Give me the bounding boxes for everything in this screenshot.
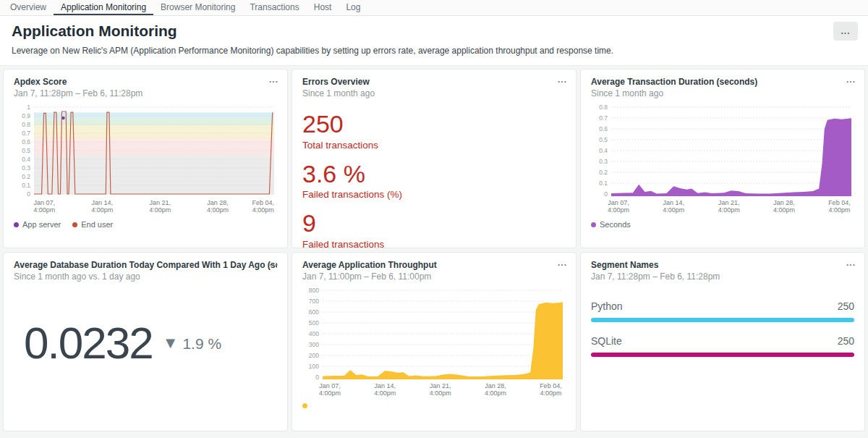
stat-label: Failed transactions xyxy=(302,239,566,248)
svg-text:4:00pm: 4:00pm xyxy=(207,206,229,214)
svg-text:4:00pm: 4:00pm xyxy=(608,206,629,214)
card-title: Apdex Score xyxy=(14,77,277,87)
svg-text:Jan 07,: Jan 07, xyxy=(319,382,341,389)
card-segment-names: ... Segment Names Jan 7, 11:28pm – Feb 6… xyxy=(580,252,865,431)
legend-label: App server xyxy=(22,220,61,229)
tab-overview[interactable]: Overview xyxy=(3,0,54,15)
svg-text:Feb 04,: Feb 04, xyxy=(828,199,851,206)
svg-text:0.1: 0.1 xyxy=(22,182,30,189)
svg-text:100: 100 xyxy=(309,363,319,370)
svg-text:0.4: 0.4 xyxy=(22,156,30,163)
svg-text:0.3: 0.3 xyxy=(599,158,608,165)
stat-total-transactions: 250 Total transactions xyxy=(302,111,566,151)
card-avg-application-throughput: ... Average Application Throughput Jan 7… xyxy=(292,252,576,431)
legend-item-seconds: Seconds xyxy=(591,220,631,229)
apdex-card-menu-button[interactable]: ... xyxy=(269,75,278,84)
tab-log[interactable]: Log xyxy=(339,0,367,15)
svg-text:Jan 14,: Jan 14, xyxy=(375,382,396,389)
svg-text:4:00pm: 4:00pm xyxy=(773,206,795,214)
svg-text:0.7: 0.7 xyxy=(22,130,30,137)
stat-failed-transactions-pct: 3.6 % Failed transactions (%) xyxy=(302,161,566,201)
svg-text:4:00pm: 4:00pm xyxy=(718,206,740,214)
segment-name: SQLite xyxy=(591,335,622,347)
page-menu-button[interactable]: ... xyxy=(833,22,858,41)
svg-text:Jan 14,: Jan 14, xyxy=(92,199,114,206)
transaction-duration-chart[interactable]: 0.80.70.60.50.40.30.20.10Jan 07,4:00pmJa… xyxy=(591,103,856,217)
segment-name: Python xyxy=(591,300,623,312)
svg-text:4:00pm: 4:00pm xyxy=(374,389,396,397)
tab-bar: Overview Application Monitoring Browser … xyxy=(0,0,868,16)
tab-host[interactable]: Host xyxy=(307,0,339,15)
card-subtitle: Jan 7, 11:28pm – Feb 6, 11:28pm xyxy=(591,271,854,282)
page-title: Application Monitoring xyxy=(12,22,856,40)
svg-text:Feb 04,: Feb 04, xyxy=(252,199,274,206)
tab-transactions[interactable]: Transactions xyxy=(242,0,306,15)
card-subtitle: Since 1 month ago xyxy=(302,88,566,98)
svg-text:0.8: 0.8 xyxy=(22,121,30,128)
database-duration-value-row: 0.0232 ▼ 1.9 % xyxy=(14,321,277,366)
svg-text:500: 500 xyxy=(309,319,319,327)
card-subtitle: Since 1 month ago xyxy=(591,88,854,98)
segments-card-menu-button[interactable]: ... xyxy=(846,258,856,267)
svg-text:4:00pm: 4:00pm xyxy=(540,389,561,397)
apdex-legend: App server End user xyxy=(14,220,277,229)
app-server-legend-dot-icon xyxy=(14,222,19,227)
segment-row-python: Python 250 xyxy=(591,300,854,322)
legend-label: Seconds xyxy=(600,220,631,229)
throughput-card-menu-button[interactable]: ... xyxy=(558,258,567,267)
svg-text:Jan 28,: Jan 28, xyxy=(773,199,795,206)
svg-text:0.5: 0.5 xyxy=(22,147,30,154)
svg-text:4:00pm: 4:00pm xyxy=(828,206,850,214)
svg-text:0.6: 0.6 xyxy=(22,138,30,146)
svg-text:Feb 04,: Feb 04, xyxy=(540,382,562,389)
duration-card-menu-button[interactable]: ... xyxy=(846,75,856,84)
svg-text:4:00pm: 4:00pm xyxy=(430,389,451,397)
svg-text:4:00pm: 4:00pm xyxy=(663,206,684,214)
svg-text:Jan 07,: Jan 07, xyxy=(608,199,629,206)
svg-text:Jan 14,: Jan 14, xyxy=(663,199,685,206)
segment-row-sqlite: SQLite 250 xyxy=(591,335,854,357)
segment-bar xyxy=(591,318,854,322)
tab-browser-monitoring[interactable]: Browser Monitoring xyxy=(153,0,242,15)
dashboard-grid: ... Apdex Score Jan 7, 11:28pm – Feb 6, … xyxy=(0,66,868,434)
svg-text:Jan 21,: Jan 21, xyxy=(150,199,171,206)
legend-label: End user xyxy=(81,220,113,229)
database-card-menu-button[interactable]: ... xyxy=(269,258,278,267)
svg-text:0.4: 0.4 xyxy=(599,147,608,154)
tab-application-monitoring[interactable]: Application Monitoring xyxy=(54,0,153,15)
application-throughput-chart[interactable]: 8007006005004003002001000Jan 07,4:00pmJa… xyxy=(302,286,567,400)
svg-text:Jan 28,: Jan 28, xyxy=(485,382,506,389)
triangle-down-icon: ▼ xyxy=(163,335,179,351)
svg-text:300: 300 xyxy=(309,341,319,348)
apdex-chart[interactable]: 10.90.80.70.60.50.40.30.20.10Jan 07,4:00… xyxy=(14,103,278,217)
legend-item-app-server: App server xyxy=(14,220,61,229)
svg-text:800: 800 xyxy=(309,287,319,294)
svg-text:0.9: 0.9 xyxy=(22,112,30,119)
svg-text:1: 1 xyxy=(27,104,30,111)
legend-item-end-user: End user xyxy=(72,220,113,229)
svg-text:0: 0 xyxy=(27,190,30,198)
legend-item-throughput xyxy=(302,403,311,408)
segment-list: Python 250 SQLite 250 xyxy=(591,300,854,357)
card-title: Average Database Duration Today Compared… xyxy=(14,260,277,270)
card-subtitle: Jan 7, 11:00pm – Feb 6, 11:00pm xyxy=(302,271,566,282)
segment-value: 250 xyxy=(838,335,854,347)
card-subtitle: Since 1 month ago vs. 1 day ago xyxy=(14,271,277,282)
stat-failed-transactions: 9 Failed transactions xyxy=(302,211,566,248)
segment-bar xyxy=(591,353,854,357)
card-apdex-score: ... Apdex Score Jan 7, 11:28pm – Feb 6, … xyxy=(3,69,288,248)
card-errors-overview: ... Errors Overview Since 1 month ago 25… xyxy=(292,69,576,248)
errors-card-menu-button[interactable]: ... xyxy=(558,75,567,84)
card-title: Average Transaction Duration (seconds) xyxy=(591,77,854,87)
stat-value: 9 xyxy=(302,211,566,237)
svg-text:Jan 07,: Jan 07, xyxy=(34,199,56,206)
svg-text:4:00pm: 4:00pm xyxy=(252,206,274,214)
svg-text:Jan 21,: Jan 21, xyxy=(718,199,740,206)
svg-text:4:00pm: 4:00pm xyxy=(33,206,55,214)
svg-text:0.1: 0.1 xyxy=(599,180,608,187)
svg-text:0.5: 0.5 xyxy=(599,136,608,143)
svg-text:Jan 21,: Jan 21, xyxy=(430,382,451,389)
stat-label: Failed transactions (%) xyxy=(302,189,566,200)
svg-text:0: 0 xyxy=(604,190,608,198)
svg-text:4:00pm: 4:00pm xyxy=(149,206,171,214)
